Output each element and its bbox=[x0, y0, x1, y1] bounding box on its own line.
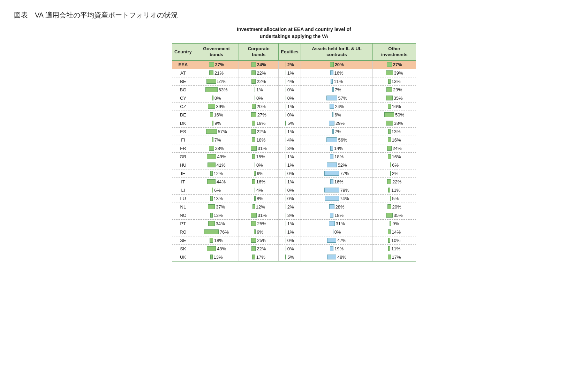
percentage-value: 63% bbox=[219, 87, 228, 92]
country-cell: IT bbox=[172, 177, 194, 186]
table-cell: 13% bbox=[194, 253, 239, 261]
table-cell: 3% bbox=[279, 211, 301, 219]
bar-indicator bbox=[332, 129, 334, 134]
table-cell: 9% bbox=[194, 119, 239, 127]
country-cell: CZ bbox=[172, 102, 194, 111]
bar-indicator bbox=[210, 238, 213, 243]
bar-indicator bbox=[390, 171, 391, 176]
bar-indicator bbox=[286, 213, 286, 218]
country-cell: DK bbox=[172, 119, 194, 127]
page-title: 図表 VA 適用会社の平均資産ポートフォリオの状況 bbox=[14, 10, 574, 20]
percentage-value: 38% bbox=[394, 121, 403, 126]
header-assets-held: Assets held for IL & UL contracts bbox=[301, 44, 372, 61]
percentage-value: 9% bbox=[257, 171, 263, 176]
bar-indicator bbox=[210, 171, 213, 176]
bar-indicator bbox=[252, 104, 256, 109]
table-cell: 24% bbox=[239, 60, 279, 69]
table-row: DE16%27%0%6%50% bbox=[172, 111, 416, 119]
percentage-value: 52% bbox=[338, 162, 347, 168]
percentage-value: 18% bbox=[256, 137, 265, 143]
bar-indicator bbox=[327, 162, 337, 167]
table-cell: 1% bbox=[279, 152, 301, 161]
table-cell: 11% bbox=[301, 77, 372, 85]
percentage-value: 8% bbox=[214, 96, 221, 101]
table-cell: 1% bbox=[279, 228, 301, 236]
bar-indicator bbox=[251, 213, 257, 218]
bar-indicator bbox=[206, 129, 217, 134]
bar-indicator bbox=[386, 87, 392, 92]
country-cell: NL bbox=[172, 203, 194, 211]
country-cell: CY bbox=[172, 94, 194, 102]
country-cell: LU bbox=[172, 194, 194, 203]
table-cell: 22% bbox=[239, 127, 279, 136]
percentage-value: 0% bbox=[287, 196, 294, 201]
percentage-value: 2% bbox=[287, 62, 294, 67]
percentage-value: 47% bbox=[337, 238, 346, 243]
table-cell: 1% bbox=[279, 161, 301, 169]
table-row: EEA27%24%2%20%27% bbox=[172, 60, 416, 69]
country-cell: DE bbox=[172, 111, 194, 119]
bar-indicator bbox=[387, 204, 391, 209]
bar-indicator bbox=[386, 96, 393, 100]
table-cell: 3% bbox=[279, 144, 301, 152]
table-cell: 9% bbox=[239, 228, 279, 236]
table-cell: 31% bbox=[301, 219, 372, 228]
percentage-value: 12% bbox=[214, 171, 223, 176]
percentage-value: 14% bbox=[392, 229, 401, 235]
table-cell: 0% bbox=[279, 244, 301, 253]
country-cell: SK bbox=[172, 244, 194, 253]
bar-indicator bbox=[251, 129, 256, 134]
table-cell: 0% bbox=[301, 228, 372, 236]
percentage-value: 0% bbox=[287, 171, 294, 176]
table-cell: 2% bbox=[279, 203, 301, 211]
table-cell: 12% bbox=[194, 169, 239, 177]
table-row: NO13%31%3%18%35% bbox=[172, 211, 416, 219]
table-cell: 6% bbox=[301, 111, 372, 119]
table-cell: 6% bbox=[373, 161, 416, 169]
percentage-value: 2% bbox=[287, 204, 294, 210]
percentage-value: 16% bbox=[392, 154, 401, 159]
bar-indicator bbox=[251, 246, 256, 251]
percentage-value: 19% bbox=[256, 121, 265, 126]
bar-indicator bbox=[286, 146, 286, 151]
table-cell: 24% bbox=[301, 102, 372, 111]
percentage-value: 22% bbox=[257, 79, 266, 84]
table-cell: 18% bbox=[194, 236, 239, 244]
table-cell: 24% bbox=[373, 144, 416, 152]
percentage-value: 22% bbox=[257, 129, 266, 134]
table-cell: 11% bbox=[373, 186, 416, 194]
bar-indicator bbox=[286, 171, 286, 176]
table-cell: 20% bbox=[301, 60, 372, 69]
bar-indicator bbox=[387, 62, 392, 67]
bar-indicator bbox=[330, 70, 333, 75]
table-cell: 0% bbox=[279, 194, 301, 203]
table-cell: 28% bbox=[301, 203, 372, 211]
table-cell: 1% bbox=[279, 102, 301, 111]
percentage-value: 51% bbox=[217, 79, 226, 84]
bar-indicator bbox=[388, 79, 391, 84]
bar-indicator bbox=[326, 96, 337, 100]
percentage-value: 10% bbox=[391, 238, 400, 243]
bar-indicator bbox=[330, 179, 333, 184]
bar-indicator bbox=[390, 221, 391, 226]
percentage-value: 22% bbox=[392, 179, 401, 184]
table-cell: 56% bbox=[301, 136, 372, 144]
percentage-value: 15% bbox=[256, 154, 265, 159]
bar-indicator bbox=[286, 188, 286, 192]
bar-indicator bbox=[286, 70, 286, 75]
table-cell: 2% bbox=[279, 60, 301, 69]
table-cell: 63% bbox=[194, 85, 239, 94]
percentage-value: 31% bbox=[336, 221, 345, 226]
table-cell: 4% bbox=[279, 77, 301, 85]
bar-indicator bbox=[332, 87, 334, 92]
table-cell: 14% bbox=[301, 144, 372, 152]
table-row: GR49%15%1%18%16% bbox=[172, 152, 416, 161]
percentage-value: 1% bbox=[287, 162, 294, 168]
table-row: SK48%22%0%19%11% bbox=[172, 244, 416, 253]
percentage-value: 20% bbox=[392, 204, 401, 210]
percentage-value: 0% bbox=[287, 87, 294, 92]
percentage-value: 12% bbox=[256, 204, 265, 210]
percentage-value: 27% bbox=[393, 62, 402, 67]
percentage-value: 18% bbox=[214, 238, 223, 243]
percentage-value: 49% bbox=[217, 154, 226, 159]
